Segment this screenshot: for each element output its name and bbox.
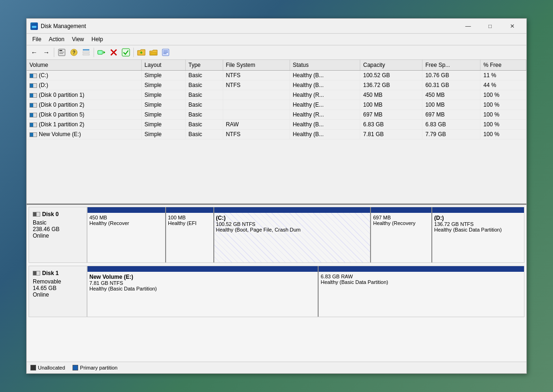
svg-text:+: + bbox=[140, 50, 143, 55]
svg-rect-4 bbox=[59, 52, 64, 52]
disk1-part2[interactable]: 6.83 GB RAW Healthy (Basic Data Partitio… bbox=[319, 266, 524, 317]
cell-status: Healthy (E... bbox=[290, 100, 360, 110]
disk0-part-d[interactable]: (D:) 136.72 GB NTFS Healthy (Basic Data … bbox=[432, 207, 524, 262]
volume-table-panel: Volume Layout Type File System Status Ca… bbox=[27, 60, 526, 205]
disk1-label: Disk 1 Removable 14.65 GB Online bbox=[29, 266, 87, 317]
title-bar: Disk Management — □ ✕ bbox=[27, 19, 526, 34]
delete-button[interactable] bbox=[108, 47, 119, 58]
cell-pct-free: 100 % bbox=[480, 100, 526, 110]
col-type[interactable]: Type bbox=[185, 60, 223, 71]
new-folder-button[interactable]: + bbox=[136, 47, 147, 58]
svg-marker-12 bbox=[103, 51, 105, 54]
table-row[interactable]: (D:) Simple Basic NTFS Healthy (B... 136… bbox=[27, 80, 526, 90]
disk0-part-c[interactable]: (C:) 100.52 GB NTFS Healthy (Boot, Page … bbox=[214, 207, 371, 262]
back-button[interactable]: ← bbox=[29, 47, 40, 58]
svg-rect-3 bbox=[59, 50, 62, 51]
disk1-name: Disk 1 bbox=[33, 270, 83, 276]
detail-view-button[interactable] bbox=[80, 47, 92, 58]
table-row[interactable]: (C:) Simple Basic NTFS Healthy (B... 100… bbox=[27, 71, 526, 80]
part-status: Healthy (Basic Data Partition) bbox=[434, 227, 522, 232]
cell-type: Basic bbox=[185, 130, 223, 139]
disk-management-window: Disk Management — □ ✕ File Action View H… bbox=[26, 18, 527, 374]
svg-rect-8 bbox=[83, 49, 89, 51]
menu-action[interactable]: Action bbox=[45, 35, 68, 44]
cell-volume: (Disk 0 partition 5) bbox=[27, 110, 141, 120]
cell-status: Healthy (R... bbox=[290, 90, 360, 100]
col-filesystem[interactable]: File System bbox=[223, 60, 290, 71]
cell-pct-free: 11 % bbox=[480, 71, 526, 80]
cell-filesystem: NTFS bbox=[223, 71, 290, 80]
part-name: (D:) bbox=[434, 215, 522, 221]
menu-view[interactable]: View bbox=[68, 35, 88, 44]
cell-volume: New Volume (E:) bbox=[27, 130, 141, 139]
svg-rect-10 bbox=[83, 54, 89, 55]
part-status: Healthy (Recovery bbox=[373, 220, 429, 226]
cell-filesystem bbox=[223, 110, 290, 120]
cell-status: Healthy (B... bbox=[290, 130, 360, 139]
cell-type: Basic bbox=[185, 90, 223, 100]
part-status: Healthy (Basic Data Partition) bbox=[320, 279, 522, 285]
cell-status: Healthy (B... bbox=[290, 120, 360, 130]
table-row[interactable]: (Disk 0 partition 1) Simple Basic Health… bbox=[27, 90, 526, 100]
part-status: Healthy (Basic Data Partition) bbox=[89, 286, 316, 291]
col-capacity[interactable]: Capacity bbox=[360, 60, 422, 71]
table-row[interactable]: (Disk 0 partition 5) Simple Basic Health… bbox=[27, 110, 526, 120]
cell-free-space: 697 MB bbox=[422, 110, 480, 120]
table-row[interactable]: New Volume (E:) Simple Basic NTFS Health… bbox=[27, 130, 526, 139]
cell-capacity: 100.52 GB bbox=[360, 71, 422, 80]
minimize-button[interactable]: — bbox=[458, 20, 479, 33]
col-layout[interactable]: Layout bbox=[141, 60, 185, 71]
cell-type: Basic bbox=[185, 100, 223, 110]
disk1-part-e[interactable]: New Volume (E:) 7.81 GB NTFS Healthy (Ba… bbox=[87, 266, 319, 317]
legend-primary: Primary partition bbox=[73, 365, 117, 370]
close-button[interactable]: ✕ bbox=[502, 20, 523, 33]
disk0-part1[interactable]: 450 MB Healthy (Recover bbox=[87, 207, 166, 262]
properties-button[interactable] bbox=[56, 47, 67, 58]
menu-file[interactable]: File bbox=[29, 35, 45, 44]
primary-swatch bbox=[73, 365, 78, 370]
cell-filesystem: NTFS bbox=[223, 80, 290, 90]
cell-layout: Simple bbox=[141, 120, 185, 130]
table-row[interactable]: (Disk 0 partition 2) Simple Basic Health… bbox=[27, 100, 526, 110]
cell-layout: Simple bbox=[141, 130, 185, 139]
cell-pct-free: 100 % bbox=[480, 120, 526, 130]
rescan-button[interactable] bbox=[96, 47, 107, 58]
open-folder-button[interactable] bbox=[148, 47, 159, 58]
part-name: (C:) bbox=[216, 215, 369, 221]
svg-rect-19 bbox=[163, 51, 168, 51]
svg-rect-1 bbox=[32, 25, 36, 26]
maximize-button[interactable]: □ bbox=[480, 20, 501, 33]
col-volume[interactable]: Volume bbox=[27, 60, 141, 71]
cell-status: Healthy (B... bbox=[290, 80, 360, 90]
disk0-part2[interactable]: 100 MB Healthy (EFI bbox=[166, 207, 214, 262]
cell-free-space: 60.31 GB bbox=[422, 80, 480, 90]
disk0-part5[interactable]: 697 MB Healthy (Recovery bbox=[371, 207, 432, 262]
disk0-name: Disk 0 bbox=[33, 211, 83, 218]
cell-capacity: 6.83 GB bbox=[360, 120, 422, 130]
cell-layout: Simple bbox=[141, 100, 185, 110]
forward-button[interactable]: → bbox=[41, 47, 52, 58]
legend-bar: Unallocated Primary partition bbox=[27, 362, 526, 373]
svg-rect-9 bbox=[83, 51, 89, 53]
cell-capacity: 7.81 GB bbox=[360, 130, 422, 139]
col-status[interactable]: Status bbox=[290, 60, 360, 71]
help-button[interactable]: ? bbox=[68, 47, 80, 58]
app-icon bbox=[30, 22, 38, 30]
svg-rect-5 bbox=[59, 53, 63, 54]
check-button[interactable] bbox=[120, 47, 131, 58]
menu-bar: File Action View Help bbox=[27, 34, 526, 45]
col-free-space[interactable]: Free Sp... bbox=[422, 60, 480, 71]
part-size: 136.72 GB NTFS bbox=[434, 221, 522, 227]
cell-free-space: 10.76 GB bbox=[422, 71, 480, 80]
cell-free-space: 6.83 GB bbox=[422, 120, 480, 130]
menu-help[interactable]: Help bbox=[88, 35, 107, 44]
cell-capacity: 697 MB bbox=[360, 110, 422, 120]
table-row[interactable]: (Disk 1 partition 2) Simple Basic RAW He… bbox=[27, 120, 526, 130]
disk0-label: Disk 0 Basic 238.46 GB Online bbox=[29, 207, 87, 263]
toolbar: ← → ? + bbox=[27, 45, 526, 60]
cell-filesystem bbox=[223, 90, 290, 100]
details-button[interactable] bbox=[160, 47, 171, 58]
cell-layout: Simple bbox=[141, 90, 185, 100]
part-size: 6.83 GB RAW bbox=[320, 274, 522, 279]
col-pct-free[interactable]: % Free bbox=[480, 60, 526, 71]
